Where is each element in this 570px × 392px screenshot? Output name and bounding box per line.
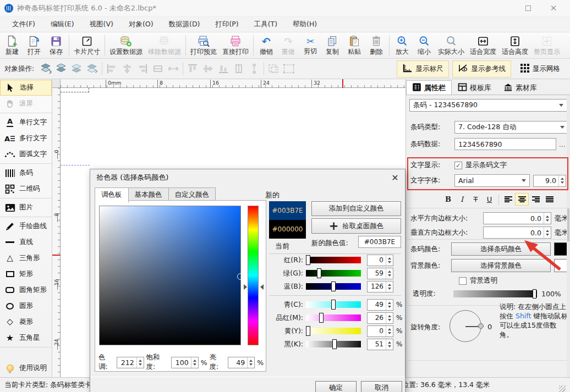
menu-object[interactable]: 对象(O)	[121, 18, 161, 31]
tool-triangle[interactable]: △ 三角形	[0, 250, 52, 266]
new-button[interactable]: 新建	[1, 34, 23, 57]
hue-bar[interactable]	[248, 206, 259, 345]
bold-button[interactable]: B	[441, 193, 455, 206]
zoom-in-button[interactable]: 放大	[391, 34, 413, 57]
cut-button[interactable]: ✂ 剪切	[299, 34, 321, 57]
tab-templates[interactable]: 模板库	[452, 80, 497, 95]
resize-grip[interactable]	[559, 385, 566, 392]
rotation-dial-handle[interactable]	[478, 323, 484, 329]
hue-marker-right-icon[interactable]	[260, 284, 264, 290]
tool-diamond[interactable]: ◇ 菱形	[0, 314, 52, 330]
open-button[interactable]: 打开	[23, 34, 45, 57]
black-spinner[interactable]: 51	[367, 339, 393, 350]
bg-transparent-checkbox[interactable]	[459, 277, 467, 285]
font-size-spinner[interactable]: 9.0	[533, 175, 566, 187]
menu-print[interactable]: 打印(P)	[207, 18, 246, 31]
magenta-slider-thumb[interactable]	[319, 313, 324, 323]
tool-freehand-curve[interactable]: 手绘曲线	[0, 218, 52, 234]
add-to-custom-colors-button[interactable]: 添加到自定义颜色	[311, 201, 401, 216]
blue-spinner[interactable]: 126	[367, 281, 393, 292]
dialog-close-button[interactable]: ✕	[388, 172, 402, 184]
fit-width-button[interactable]: 适合宽度	[467, 34, 499, 57]
menu-datasource[interactable]: 数据源(D)	[161, 18, 208, 31]
red-spinner[interactable]: 0	[367, 255, 393, 266]
tool-image[interactable]: 图片	[0, 200, 52, 216]
strikethrough-button[interactable]: T	[469, 193, 483, 206]
yellow-slider[interactable]	[306, 328, 361, 334]
new-color-value-input[interactable]: #003B7E	[358, 236, 401, 248]
undo-button[interactable]: ↶ 撤销	[255, 34, 277, 57]
font-dropdown[interactable]: Arial	[454, 174, 530, 187]
show-guides-toggle[interactable]: 显示参考线	[452, 60, 512, 78]
cancel-button[interactable]: 取消	[361, 381, 402, 392]
panel-scrollbar[interactable]	[567, 96, 570, 377]
lightness-spinner[interactable]: 49	[228, 357, 255, 368]
tab-materials[interactable]: 素材库	[497, 80, 543, 95]
yellow-spinner[interactable]: 0	[367, 325, 393, 337]
saturation-spinner[interactable]: 100	[171, 357, 199, 368]
actual-size-button[interactable]: 实际大小	[435, 34, 467, 57]
bring-to-front-icon[interactable]	[39, 62, 53, 76]
menu-tools[interactable]: 工具(T)	[246, 18, 285, 31]
green-spinner[interactable]: 59	[367, 268, 393, 279]
menu-help[interactable]: 帮助(H)	[285, 18, 325, 31]
tab-properties[interactable]: 属性栏	[406, 80, 452, 95]
green-slider-thumb[interactable]	[317, 268, 321, 278]
set-datasource-button[interactable]: 设置数据源	[107, 34, 145, 57]
save-button[interactable]: 保存	[45, 34, 67, 57]
blue-slider-thumb[interactable]	[331, 281, 336, 291]
direct-print-button[interactable]: 直接打印	[220, 34, 251, 57]
pick-desktop-color-button[interactable]: + 拾取桌面颜色	[311, 218, 401, 234]
tool-star[interactable]: ★ 五角星	[0, 330, 52, 346]
blue-slider[interactable]	[306, 283, 361, 290]
align-left-button[interactable]	[501, 193, 515, 206]
print-preview-button[interactable]: 打印预览	[188, 34, 220, 57]
tool-multi-line-text[interactable]: A 多行文字	[0, 130, 52, 146]
maximize-button[interactable]	[523, 3, 534, 14]
show-barcode-text-checkbox[interactable]: ✓	[454, 162, 462, 169]
magenta-spinner[interactable]: 26	[367, 312, 393, 324]
zoom-out-button[interactable]: 缩小	[413, 34, 435, 57]
copy-button[interactable]: 复制	[321, 34, 343, 57]
spinner-arrows-icon[interactable]	[544, 227, 551, 238]
yellow-slider-thumb[interactable]	[306, 326, 310, 336]
tool-barcode[interactable]: 条码	[0, 165, 52, 181]
align-right-button[interactable]	[529, 193, 542, 206]
black-slider[interactable]	[306, 341, 361, 347]
red-slider[interactable]	[306, 257, 361, 263]
opacity-slider-thumb[interactable]	[533, 289, 536, 299]
underline-button[interactable]: U	[483, 193, 496, 206]
tool-arc-text[interactable]: 圆弧文字	[0, 146, 52, 162]
ok-button[interactable]: 确定	[315, 381, 357, 392]
menu-view[interactable]: 视图(V)	[82, 18, 121, 31]
align-center-button[interactable]	[515, 193, 529, 206]
color-field-marker[interactable]	[237, 273, 244, 280]
show-grid-toggle[interactable]: 显示网格	[514, 60, 566, 78]
italic-button[interactable]: I	[455, 193, 469, 206]
send-to-back-icon[interactable]	[54, 62, 69, 76]
menu-edit[interactable]: 编辑(E)	[43, 18, 82, 31]
tool-single-line-text[interactable]: A 单行文字	[0, 114, 52, 130]
barcode-data-input[interactable]: 1234567890	[454, 138, 556, 150]
object-selector-dropdown[interactable]: 条码 - 1234567890	[409, 99, 567, 112]
tool-circle[interactable]: 圆形	[0, 298, 52, 314]
h-border-spinner[interactable]: 0.0	[483, 212, 551, 224]
fit-height-button[interactable]: 适合高度	[499, 34, 531, 57]
hue-spinner[interactable]: 212	[117, 357, 144, 368]
black-slider-thumb[interactable]	[332, 339, 337, 349]
hue-marker-left-icon[interactable]	[244, 284, 247, 290]
tool-line[interactable]: 直线	[0, 234, 52, 250]
saturation-lightness-field[interactable]	[99, 206, 241, 345]
tool-rounded-rectangle[interactable]: 圆角矩形	[0, 282, 52, 298]
menu-file[interactable]: 文件(F)	[4, 18, 43, 31]
tool-rectangle[interactable]: 矩形	[0, 266, 52, 282]
v-border-spinner[interactable]: 0.0	[483, 227, 551, 239]
spinner-arrows-icon[interactable]	[558, 175, 566, 186]
spinner-arrows-icon[interactable]	[544, 213, 551, 224]
align-justify-button[interactable]	[542, 193, 556, 206]
close-button[interactable]: ✕	[548, 3, 559, 14]
cyan-slider[interactable]	[306, 301, 361, 308]
barcode-type-dropdown[interactable]: 7. Code-128 自动	[454, 121, 568, 134]
green-slider[interactable]	[306, 270, 361, 277]
tool-select[interactable]: 选择	[0, 80, 52, 96]
